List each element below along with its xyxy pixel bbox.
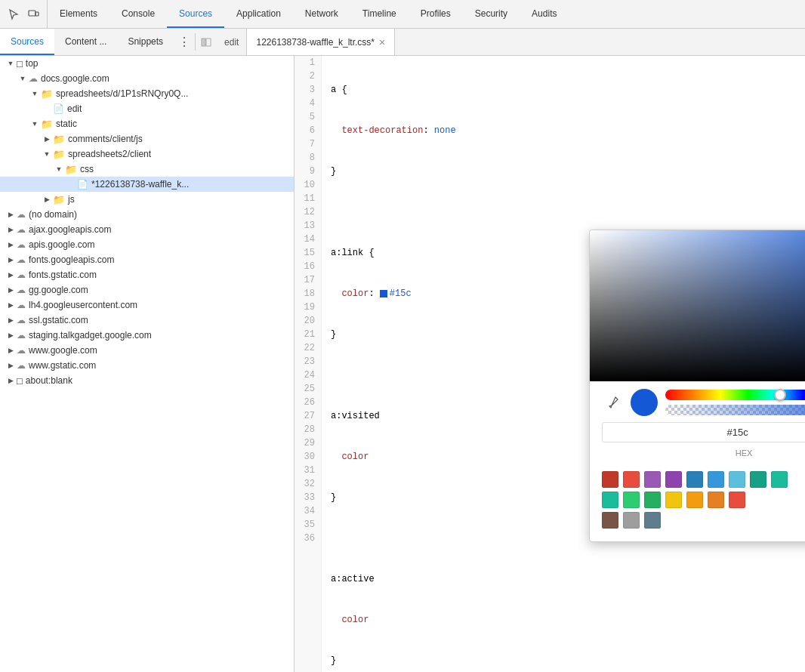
color-picker-popup[interactable]: ▲ ▼ HEX [589, 230, 805, 542]
swatch-brown[interactable] [602, 512, 618, 529]
tree-arrow-no-domain [6, 210, 15, 219]
domain-icon-ajax: ☁ [17, 224, 26, 235]
hue-slider-thumb[interactable] [774, 389, 786, 401]
more-tabs-button[interactable]: ⋮ [174, 29, 195, 55]
hue-slider[interactable] [665, 390, 805, 400]
swatch-blue-gray[interactable] [644, 512, 661, 529]
tree-item-fonts-gapi[interactable]: ☁ fonts.googleapis.com [0, 252, 294, 267]
swatch-orange[interactable] [708, 492, 724, 508]
tree-label-spreadsheets2: spreadsheets2/client [68, 149, 151, 159]
tree-arrow-spreadsheets2 [42, 150, 51, 159]
active-file-tab[interactable]: 1226138738-waffle_k_ltr.css* × [246, 29, 395, 55]
tree-label-www-google: www.google.com [29, 345, 97, 356]
tree-item-fonts-gstatic[interactable]: ☁ fonts.gstatic.com [0, 267, 294, 282]
sources-toolbar: Sources Content ... Snippets ⋮ edit 1226… [0, 29, 805, 56]
tree-item-www-gstatic[interactable]: ☁ www.gstatic.com [0, 358, 294, 373]
tab-network[interactable]: Network [293, 0, 350, 28]
tree-label-top: top [26, 58, 39, 69]
tree-item-waffle-css[interactable]: 📄 *1226138738-waffle_k... [0, 177, 294, 192]
eyedropper-button[interactable] [602, 392, 623, 413]
tree-arrow-js [42, 195, 51, 204]
tree-item-no-domain[interactable]: ☁ (no domain) [0, 207, 294, 222]
tree-item-spreadsheets2[interactable]: 📁 spreadsheets2/client [0, 146, 294, 162]
close-file-tab-button[interactable]: × [379, 36, 385, 48]
swatch-gray[interactable] [623, 512, 640, 529]
domain-icon-staging: ☁ [17, 330, 26, 341]
tree-item-ssl[interactable]: ☁ ssl.gstatic.com [0, 313, 294, 328]
code-editor[interactable]: 12345 678910 1112131415 1617181920 21222… [295, 56, 805, 672]
tree-item-top[interactable]: □ top [0, 56, 294, 71]
tree-label-staging: staging.talkgadget.google.com [29, 330, 152, 341]
tab-application[interactable]: Application [224, 0, 293, 28]
tree-item-js[interactable]: 📁 js [0, 192, 294, 207]
file-tab-name: 1226138738-waffle_k_ltr.css* [256, 37, 375, 48]
tree-item-apis[interactable]: ☁ apis.google.com [0, 237, 294, 252]
tree-item-css[interactable]: 📁 css [0, 162, 294, 177]
tree-item-ajax[interactable]: ☁ ajax.googleapis.com [0, 222, 294, 237]
swatch-orange-light[interactable] [686, 492, 703, 508]
main-content: □ top ☁ docs.google.com 📁 spreadsheets/d… [0, 56, 805, 672]
swatch-green-teal[interactable] [602, 492, 618, 508]
tree-label-ssl: ssl.gstatic.com [29, 315, 88, 325]
swatch-purple[interactable] [644, 471, 661, 488]
tree-item-spreadsheets[interactable]: 📁 spreadsheets/d/1P1sRNQry0Q... [0, 86, 294, 101]
swatch-green-dark[interactable] [644, 492, 661, 508]
tab-timeline[interactable]: Timeline [350, 0, 409, 28]
tree-item-docs-google[interactable]: ☁ docs.google.com [0, 71, 294, 86]
tree-label-www-gstatic: www.gstatic.com [29, 360, 96, 371]
tree-arrow-www-google [6, 346, 15, 355]
tree-item-gg[interactable]: ☁ gg.google.com [0, 282, 294, 297]
swatch-blue[interactable] [708, 471, 724, 488]
domain-icon-www-gstatic: ☁ [17, 360, 26, 371]
hue-alpha-sliders [665, 390, 805, 415]
domain-icon-ssl: ☁ [17, 315, 26, 325]
swatch-teal-dark[interactable] [750, 471, 766, 488]
devtools-navbar: Elements Console Sources Application Net… [0, 0, 805, 29]
tree-item-comments[interactable]: 📁 comments/client/js [0, 131, 294, 146]
tree-label-gg: gg.google.com [29, 285, 88, 295]
folder-blue-icon-comments: 📁 [53, 134, 65, 145]
file-purple-icon-waffle: 📄 [77, 179, 88, 190]
tree-arrow-static [30, 119, 39, 128]
tab-security[interactable]: Security [463, 0, 520, 28]
swatch-sky-blue[interactable] [729, 471, 745, 488]
domain-icon-www-google: ☁ [17, 345, 26, 356]
tree-item-lh4[interactable]: ☁ lh4.googleusercontent.com [0, 297, 294, 313]
swatches-row-1: ▲ ▼ [602, 471, 805, 488]
swatch-green[interactable] [623, 492, 640, 508]
tab-elements[interactable]: Elements [48, 0, 109, 28]
folder-empty-icon: □ [17, 58, 23, 69]
sources-sub-tab-sources[interactable]: Sources [0, 29, 54, 55]
domain-icon-apis: ☁ [17, 239, 26, 250]
folder-blue-icon-static: 📁 [41, 119, 53, 130]
tree-item-about-blank[interactable]: □ about:blank [0, 373, 294, 388]
tree-item-edit[interactable]: 📄 edit [0, 101, 294, 116]
swatch-red-dark[interactable] [602, 471, 618, 488]
tree-arrow-ajax [6, 225, 15, 234]
cursor-icon[interactable] [6, 7, 21, 22]
tree-label-fonts-gstatic: fonts.gstatic.com [29, 270, 97, 280]
tree-item-static[interactable]: 📁 static [0, 116, 294, 131]
tree-label-comments: comments/client/js [68, 134, 143, 144]
tree-label-about-blank: about:blank [26, 375, 72, 386]
tree-item-www-google[interactable]: ☁ www.google.com [0, 343, 294, 358]
tab-profiles[interactable]: Profiles [409, 0, 463, 28]
tree-item-staging[interactable]: ☁ staging.talkgadget.google.com [0, 328, 294, 343]
swatch-teal[interactable] [771, 471, 788, 488]
swatch-red-2[interactable] [729, 492, 745, 508]
sources-sub-tab-content[interactable]: Content ... [54, 29, 117, 55]
sources-sub-tab-snippets[interactable]: Snippets [117, 29, 174, 55]
swatch-yellow[interactable] [665, 492, 682, 508]
tab-console[interactable]: Console [109, 0, 167, 28]
swatch-purple-dark[interactable] [665, 471, 682, 488]
color-gradient-canvas[interactable] [590, 230, 805, 381]
swatch-blue-dark[interactable] [686, 471, 703, 488]
hex-value-input[interactable] [602, 422, 805, 442]
tab-sources[interactable]: Sources [167, 0, 224, 28]
swatch-red[interactable] [623, 471, 640, 488]
alpha-slider[interactable] [665, 405, 805, 415]
tab-audits[interactable]: Audits [520, 0, 569, 28]
collapse-sidebar-button[interactable] [196, 29, 217, 55]
tree-label-fonts-gapi: fonts.googleapis.com [29, 254, 114, 265]
device-toggle-icon[interactable] [26, 7, 41, 22]
